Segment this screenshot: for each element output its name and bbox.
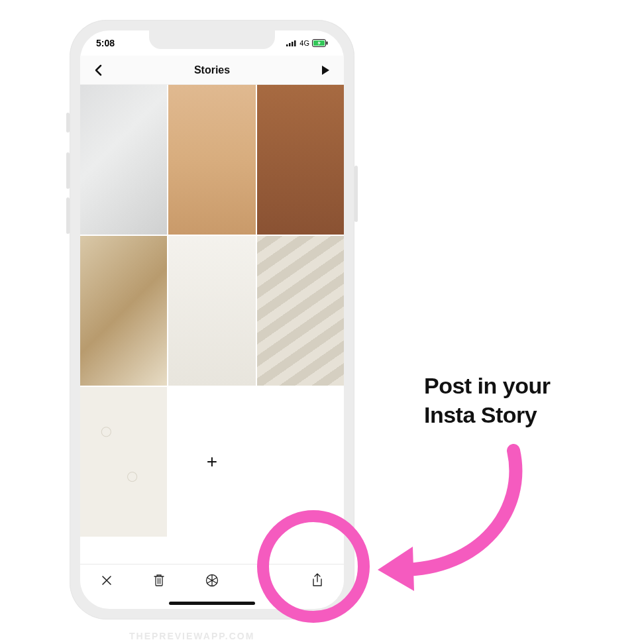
status-time: 5:08 (96, 38, 115, 48)
empty-tile (257, 387, 344, 537)
close-button[interactable] (97, 571, 116, 590)
status-bar: 5:08 4G (80, 30, 344, 56)
story-tile[interactable] (257, 236, 344, 386)
nav-bar: Stories (80, 56, 344, 85)
stories-grid: + (80, 85, 344, 537)
page-title: Stories (194, 64, 230, 76)
share-icon (311, 573, 323, 588)
svg-rect-2 (292, 42, 294, 46)
svg-rect-1 (289, 43, 291, 46)
trash-icon (153, 574, 165, 587)
story-tile[interactable] (80, 236, 167, 386)
story-tile[interactable] (168, 236, 255, 386)
filter-button[interactable] (203, 571, 221, 590)
svg-rect-0 (286, 44, 288, 46)
home-indicator[interactable] (169, 602, 255, 605)
volume-up-button (66, 152, 70, 189)
circle-icon (259, 574, 271, 586)
story-tile[interactable] (168, 85, 255, 235)
play-button[interactable] (319, 64, 332, 77)
delete-button[interactable] (150, 571, 168, 590)
annotation-line1: Post in your (424, 371, 550, 400)
power-button (354, 166, 358, 222)
annotation-arrow-icon (361, 444, 540, 596)
add-story-tile[interactable]: + (168, 387, 255, 537)
story-tile[interactable] (80, 85, 167, 235)
phone-frame: 5:08 4G Stories + (70, 20, 354, 619)
svg-rect-6 (327, 42, 328, 45)
annotation-text: Post in your Insta Story (424, 371, 550, 429)
side-button (66, 113, 70, 133)
svg-point-8 (260, 576, 270, 585)
svg-rect-3 (294, 40, 296, 46)
status-right: 4G (286, 39, 328, 47)
signal-icon (286, 40, 297, 46)
back-button[interactable] (92, 64, 105, 77)
story-tile[interactable] (257, 85, 344, 235)
plus-icon: + (207, 451, 217, 472)
battery-icon (312, 39, 328, 47)
aperture-icon (205, 574, 219, 587)
close-icon (101, 574, 113, 586)
annotation-line2: Insta Story (424, 400, 550, 429)
share-button[interactable] (308, 571, 327, 590)
phone-screen: 5:08 4G Stories + (80, 30, 344, 609)
watermark: THEPREVIEWAPP.COM (129, 631, 254, 641)
network-label: 4G (299, 39, 309, 47)
volume-down-button (66, 197, 70, 234)
story-tile[interactable] (80, 387, 167, 537)
bottom-toolbar (80, 564, 344, 596)
hidden-button[interactable] (256, 571, 274, 590)
